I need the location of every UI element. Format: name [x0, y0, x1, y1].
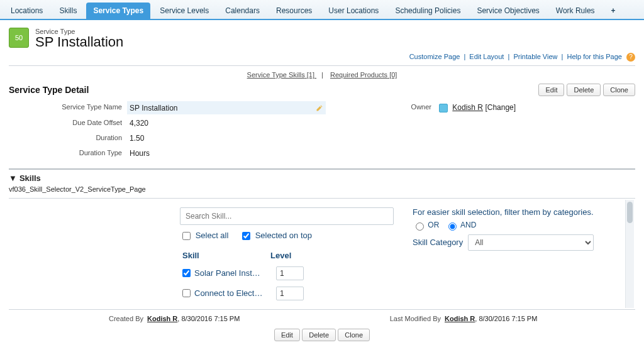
skill-selector-embed: Select all Selected on top Skill Level S… — [9, 198, 635, 310]
delete-button[interactable]: Delete — [567, 84, 601, 96]
col-header-level: Level — [270, 251, 321, 260]
utility-links: Customize Page | Edit Layout | Printable… — [9, 53, 635, 62]
skill-category-select[interactable]: All — [468, 234, 594, 251]
skill-row-checkbox[interactable] — [182, 269, 191, 277]
modified-at: 8/30/2016 7:15 PM — [479, 315, 537, 322]
label-service-type-name: Service Type Name — [9, 101, 122, 114]
clone-button[interactable]: Clone — [603, 84, 635, 96]
section-title-detail: Service Type Detail — [9, 85, 89, 95]
skill-row-name: Connect to Elect… — [194, 288, 271, 298]
link-edit-layout[interactable]: Edit Layout — [469, 53, 504, 60]
tab-resources[interactable]: Resources — [269, 3, 319, 19]
skill-row-level-input[interactable] — [276, 266, 304, 280]
label-owner: Owner — [331, 101, 431, 114]
select-all-checkbox[interactable]: Select all — [180, 231, 231, 240]
related-link-skills[interactable]: Service Type Skills [1] — [247, 71, 316, 79]
tab-service-levels[interactable]: Service Levels — [153, 3, 216, 19]
value-service-type-name[interactable]: SP Installation — [127, 101, 326, 114]
edit-button[interactable]: Edit — [538, 84, 564, 96]
label-created-by: Created By — [9, 315, 147, 322]
owner-change-link[interactable]: [Change] — [485, 103, 516, 112]
delete-button-bottom[interactable]: Delete — [302, 329, 336, 341]
scrollbar-thumb[interactable] — [627, 202, 633, 223]
modified-by-user-link[interactable]: Kodish R — [445, 315, 475, 322]
value-owner: Kodish R [Change] — [436, 101, 635, 114]
scrollbar[interactable] — [625, 200, 634, 308]
tab-skills[interactable]: Skills — [52, 3, 84, 19]
link-customize-page[interactable]: Customize Page — [409, 53, 460, 60]
tab-scheduling-policies[interactable]: Scheduling Policies — [388, 3, 467, 19]
label-modified-by: Last Modified By — [338, 315, 445, 322]
tab-work-rules[interactable]: Work Rules — [549, 3, 602, 19]
tab-calendars[interactable]: Calendars — [218, 3, 267, 19]
col-header-skill: Skill — [182, 251, 270, 260]
link-help[interactable]: Help for this Page — [567, 53, 622, 60]
value-duration: 1.50 — [127, 132, 326, 145]
owner-link[interactable]: Kodish R — [452, 103, 483, 112]
label-due-date-offset: Due Date Offset — [9, 117, 122, 129]
related-link-products[interactable]: Required Products [0] — [330, 71, 397, 79]
value-duration-type: Hours — [127, 147, 326, 160]
skill-row-level-input[interactable] — [276, 287, 304, 300]
tab-user-locations[interactable]: User Locations — [321, 3, 386, 19]
tab-new[interactable]: + — [604, 3, 623, 19]
created-at: 8/30/2016 7:15 PM — [181, 315, 240, 322]
skill-row-checkbox[interactable] — [182, 289, 191, 297]
tab-locations[interactable]: Locations — [4, 3, 50, 19]
chevron-down-icon: ▼ — [9, 173, 17, 183]
created-by-user-link[interactable]: Kodish R — [147, 315, 177, 322]
filter-note: For easier skill selection, filter them … — [413, 207, 621, 217]
selected-on-top-checkbox[interactable]: Selected on top — [240, 231, 312, 240]
skill-row: Solar Panel Inst… — [180, 266, 394, 280]
help-icon[interactable]: ? — [626, 53, 635, 62]
skill-row: Connect to Elect… — [180, 287, 394, 300]
tab-service-types[interactable]: Service Types — [86, 3, 150, 19]
clone-button-bottom[interactable]: Clone — [338, 329, 370, 341]
search-skill-input[interactable] — [180, 207, 394, 225]
pencil-icon — [316, 104, 323, 112]
label-duration: Duration — [9, 132, 122, 145]
value-due-date-offset: 4,320 — [127, 117, 326, 129]
tab-service-objectives[interactable]: Service Objectives — [470, 3, 546, 19]
owner-icon — [439, 104, 448, 112]
tab-bar: Locations Skills Service Types Service L… — [0, 0, 644, 20]
skill-row-name: Solar Panel Inst… — [194, 268, 271, 278]
filter-or-radio[interactable]: OR — [413, 221, 439, 229]
section-title-skills[interactable]: ▼Skills — [9, 172, 635, 185]
page-title: SP Installation — [35, 34, 123, 50]
label-duration-type: Duration Type — [9, 147, 122, 160]
edit-button-bottom[interactable]: Edit — [274, 329, 300, 341]
vf-page-name: vf036_Skill_Selector_V2_ServiceType_Page — [9, 185, 635, 198]
filter-and-radio[interactable]: AND — [445, 221, 476, 229]
link-printable-view[interactable]: Printable View — [513, 53, 557, 60]
label-skill-category: Skill Category — [413, 238, 463, 247]
record-icon: 50 — [9, 28, 29, 48]
